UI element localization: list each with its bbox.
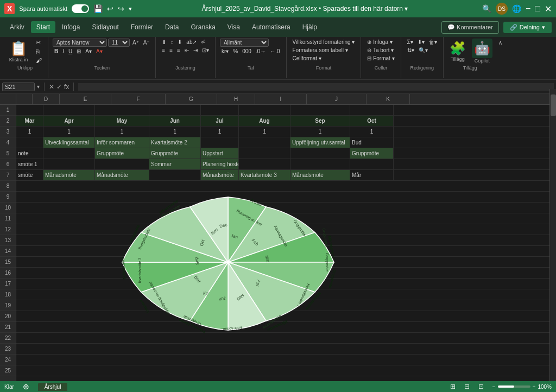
row-num-9[interactable]: 9: [0, 192, 16, 203]
cell-j3[interactable]: 1: [290, 127, 350, 137]
col-header-e[interactable]: E: [60, 94, 111, 104]
copilot-button[interactable]: 🤖: [472, 39, 492, 58]
menu-item-formler[interactable]: Formler: [125, 21, 159, 33]
tillagg-button[interactable]: 🧩: [448, 40, 467, 56]
cell-j1[interactable]: [290, 105, 350, 115]
align-right-button[interactable]: ≡: [175, 47, 182, 54]
cell-e1[interactable]: [43, 105, 95, 115]
increase-decimal-button[interactable]: .0→: [254, 48, 267, 55]
row-num-24[interactable]: 24: [0, 355, 16, 365]
row-num-18[interactable]: 18: [0, 289, 16, 300]
align-center-button[interactable]: ≡: [168, 47, 174, 54]
row-num-15[interactable]: 15: [0, 257, 16, 268]
menu-item-infoga[interactable]: Infoga: [56, 21, 85, 33]
cell-rest7[interactable]: [394, 170, 556, 180]
cell-e3[interactable]: 1: [43, 127, 95, 137]
maximize-button[interactable]: □: [535, 4, 540, 14]
zoom-out-button[interactable]: −: [492, 384, 496, 390]
wrap-text-button[interactable]: ⏎: [199, 39, 207, 46]
menu-item-visa[interactable]: Visa: [222, 21, 245, 33]
menu-item-hjalp[interactable]: Hjälp: [297, 21, 323, 33]
cell-rest2[interactable]: [394, 116, 556, 126]
col-header-f[interactable]: F: [111, 94, 166, 104]
align-left-button[interactable]: ≡: [160, 47, 167, 54]
formula-input[interactable]: [78, 83, 554, 91]
share-button[interactable]: 🔗 Delning ▾: [503, 22, 552, 33]
row-num-16[interactable]: 16: [0, 268, 16, 279]
minimize-button[interactable]: −: [526, 4, 530, 14]
insert-cells-button[interactable]: ⊕ Infoga ▾: [365, 39, 396, 46]
cell-i3[interactable]: 1: [239, 127, 290, 137]
font-size-select[interactable]: 11: [108, 39, 130, 47]
increase-font-button[interactable]: A⁺: [131, 39, 141, 46]
cell-f4[interactable]: Inför sommaren: [95, 137, 149, 148]
sheet-tab[interactable]: Årshjul: [38, 383, 68, 391]
col-header-k[interactable]: K: [367, 94, 410, 104]
cell-f3[interactable]: 1: [95, 127, 149, 137]
row-num-12[interactable]: 12: [0, 224, 16, 235]
menu-item-automatisera[interactable]: Automatisera: [247, 21, 296, 33]
menu-item-data[interactable]: Data: [160, 21, 184, 33]
align-bottom-button[interactable]: ⬇: [176, 39, 184, 46]
row-num-13[interactable]: 13: [0, 235, 16, 246]
row-num-5[interactable]: 5: [0, 148, 16, 159]
decrease-indent-button[interactable]: ⇤: [183, 47, 191, 54]
col-header-i[interactable]: I: [255, 94, 307, 104]
cell-d7[interactable]: smöte: [16, 170, 43, 180]
corner-cell[interactable]: [0, 94, 16, 104]
cell-e4[interactable]: Utvecklingssamtal: [43, 137, 95, 148]
view-page-break-icon[interactable]: ⊡: [478, 383, 484, 390]
row-num-22[interactable]: 22: [0, 333, 16, 344]
zoom-in-button[interactable]: +: [533, 384, 536, 390]
align-top-button[interactable]: ⬆: [160, 39, 168, 46]
row-num-25[interactable]: 25: [0, 365, 16, 376]
italic-button[interactable]: I: [61, 48, 66, 55]
cell-d3[interactable]: 1: [16, 127, 43, 137]
cell-reference-box[interactable]: [2, 83, 35, 91]
font-name-select[interactable]: Aptos Narrow: [53, 39, 107, 47]
col-header-j[interactable]: J: [307, 94, 367, 104]
cell-k2[interactable]: Oct: [350, 116, 394, 126]
col-header-h[interactable]: H: [217, 94, 255, 104]
vertical-scrollbar[interactable]: [549, 89, 556, 381]
auto-save-toggle[interactable]: [72, 4, 89, 13]
find-button[interactable]: 🔍▾: [417, 47, 429, 54]
cell-g1[interactable]: [149, 105, 201, 115]
name-box-arrow[interactable]: ▾: [37, 84, 40, 90]
add-sheet-button[interactable]: ⊕: [23, 382, 29, 391]
cell-rest5[interactable]: [394, 148, 556, 159]
delete-cells-button[interactable]: ⊖ Ta bort ▾: [365, 47, 396, 54]
row-num-19[interactable]: 19: [0, 300, 16, 311]
cell-h4[interactable]: [201, 137, 239, 148]
currency-button[interactable]: kr▾: [220, 48, 230, 55]
clear-button[interactable]: 🗑▾: [427, 39, 439, 46]
cell-i4[interactable]: [239, 137, 290, 148]
number-format-select[interactable]: Allmänt: [220, 39, 269, 47]
percent-button[interactable]: %: [231, 48, 239, 55]
row-num-1[interactable]: 1: [0, 105, 16, 116]
cell-j2[interactable]: Sep: [290, 116, 350, 126]
cell-e2[interactable]: Apr: [43, 116, 95, 126]
save-icon[interactable]: 💾: [93, 4, 103, 13]
cell-d1[interactable]: [16, 105, 43, 115]
cell-k1[interactable]: [350, 105, 394, 115]
align-middle-button[interactable]: ↕: [169, 39, 175, 46]
row-num-11[interactable]: 11: [0, 213, 16, 224]
format-painter-button[interactable]: 🖌: [34, 56, 43, 64]
autosum-button[interactable]: Σ▾: [406, 39, 415, 46]
col-header-g[interactable]: G: [166, 94, 217, 104]
row-num-7[interactable]: 7: [0, 170, 16, 181]
cell-rest4[interactable]: [394, 137, 556, 148]
col-header-d[interactable]: D: [33, 94, 60, 104]
collapse-ribbon-button[interactable]: ∧: [497, 39, 504, 46]
paste-button[interactable]: 📋: [7, 40, 30, 57]
copy-button[interactable]: ⎘: [34, 48, 43, 55]
decrease-font-button[interactable]: A⁻: [142, 39, 151, 46]
col-header-more[interactable]: [410, 94, 556, 104]
cell-d2[interactable]: Mar: [16, 116, 43, 126]
menu-item-sidlayout[interactable]: Sidlayout: [86, 21, 124, 33]
borders-button[interactable]: ⊞: [75, 48, 83, 55]
cell-h3[interactable]: 1: [201, 127, 239, 137]
undo-icon[interactable]: ↩: [107, 4, 113, 13]
decrease-decimal-button[interactable]: ←.0: [268, 48, 281, 55]
